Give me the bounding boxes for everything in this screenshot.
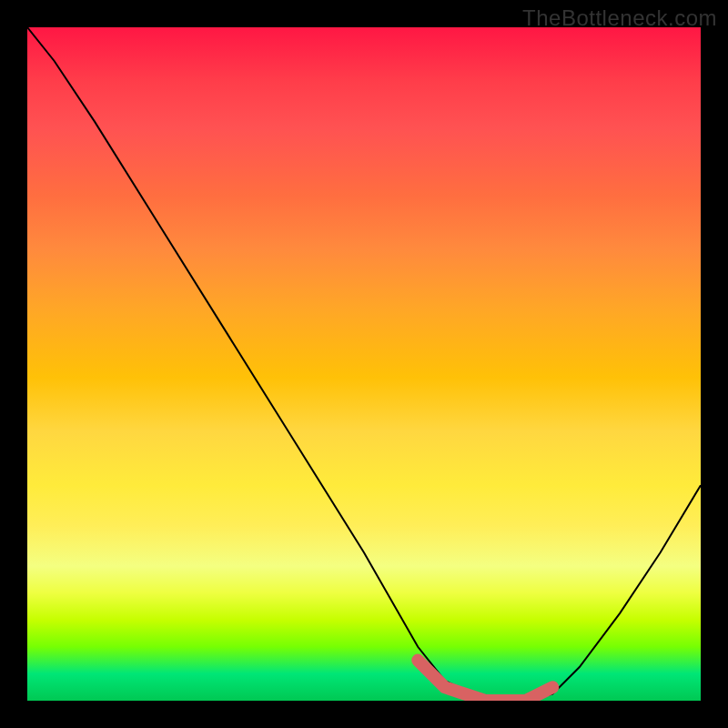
optimal-range-highlight (418, 661, 552, 701)
watermark-text: TheBottleneck.com (522, 5, 717, 31)
chart-frame: TheBottleneck.com (0, 0, 728, 728)
curve-svg (27, 27, 701, 701)
plot-area (27, 27, 701, 701)
bottleneck-curve-path (27, 27, 701, 701)
